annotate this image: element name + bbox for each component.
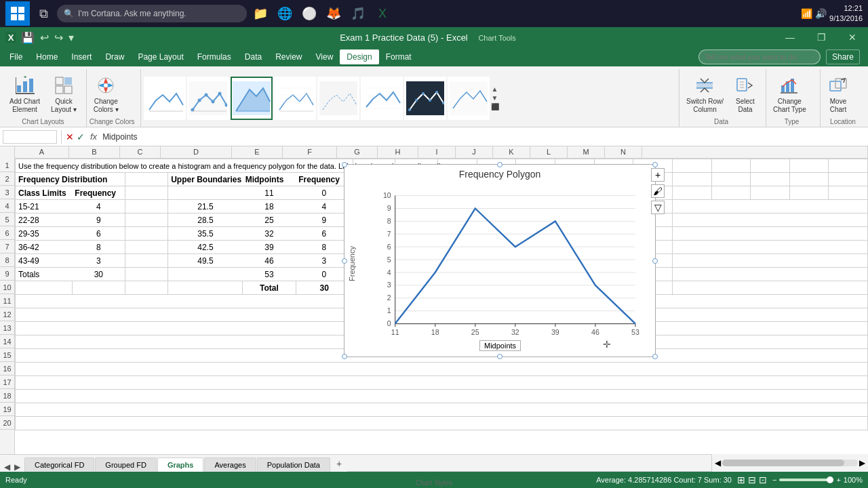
menu-home[interactable]: Home <box>29 49 64 64</box>
col-header-b[interactable]: B <box>69 146 120 158</box>
chart-styles-btn[interactable]: 🖌 <box>651 184 665 198</box>
cell-p3[interactable] <box>711 186 751 200</box>
hscroll-right[interactable]: ▶ <box>859 458 865 468</box>
col-header-j[interactable]: J <box>456 146 493 158</box>
cell-a9[interactable]: Totals <box>16 268 73 281</box>
add-sheet-button[interactable]: + <box>331 455 347 472</box>
cell-d8[interactable]: 49.5 <box>168 254 243 268</box>
cell-p1[interactable] <box>711 159 751 173</box>
minimize-button[interactable]: — <box>774 27 806 47</box>
select-data-button[interactable]: SelectData <box>730 72 760 117</box>
row-num-10[interactable]: 10 <box>0 281 14 294</box>
cell-a8[interactable]: 43-49 <box>16 254 73 268</box>
cell-a6[interactable]: 29-35 <box>16 227 73 241</box>
x-axis-label[interactable]: Midpoints <box>479 340 521 351</box>
sheet-tab-grouped[interactable]: Grouped FD <box>95 458 157 472</box>
chart-handle-mr[interactable] <box>652 258 658 264</box>
undo-tool[interactable]: ↩ <box>38 31 51 44</box>
chart-handle-br[interactable] <box>652 354 658 359</box>
menu-view[interactable]: View <box>309 49 340 64</box>
cell-q3[interactable] <box>751 186 790 200</box>
hscroll-thumb[interactable] <box>722 460 844 466</box>
cell-e6[interactable]: 32 <box>243 227 296 241</box>
cell-a5[interactable]: 22-28 <box>16 214 73 227</box>
col-header-l[interactable]: L <box>530 146 568 158</box>
cell-q2[interactable] <box>751 173 790 186</box>
chart-handle-tc[interactable] <box>497 162 502 167</box>
cell-d7[interactable]: 42.5 <box>168 241 243 254</box>
col-header-c[interactable]: C <box>120 146 161 158</box>
cell-a4[interactable]: 15-21 <box>16 200 73 214</box>
start-button[interactable] <box>5 1 30 26</box>
row-num-12[interactable]: 12 <box>0 308 14 321</box>
chart-handle-bl[interactable] <box>342 354 347 359</box>
cell-b6[interactable]: 6 <box>72 227 125 241</box>
cell-r3[interactable] <box>789 186 829 200</box>
cell-c9[interactable] <box>125 268 168 281</box>
cell-c8[interactable] <box>125 254 168 268</box>
sheet-tab-averages[interactable]: Averages <box>204 458 256 472</box>
add-chart-element-button[interactable]: + Add ChartElement <box>5 72 44 117</box>
cell-a2[interactable]: Frequency Distribution <box>16 173 125 186</box>
menu-insert[interactable]: Insert <box>64 49 98 64</box>
row-num-7[interactable]: 7 <box>0 240 14 253</box>
save-tool[interactable]: 💾 <box>19 31 37 44</box>
col-header-h[interactable]: H <box>378 146 418 158</box>
col-header-e[interactable]: E <box>232 146 283 158</box>
zoom-slider[interactable] <box>779 479 833 481</box>
chart-style-6[interactable] <box>361 77 403 120</box>
chart-add-element-btn[interactable]: + <box>651 168 665 182</box>
cell-d4[interactable]: 21.5 <box>168 200 243 214</box>
menu-file[interactable]: File <box>3 49 29 64</box>
row-num-14[interactable]: 14 <box>0 335 14 348</box>
cell-e9[interactable]: 53 <box>243 268 296 281</box>
taskbar-icon-chrome[interactable]: ⚪ <box>298 3 320 24</box>
row-num-3[interactable]: 3 <box>0 186 14 199</box>
chart-style-2[interactable] <box>187 77 229 120</box>
hscroll-track[interactable] <box>722 460 858 466</box>
chart-move-cursor[interactable]: ✛ <box>603 339 611 350</box>
chart-handle-tr[interactable] <box>652 162 658 167</box>
gallery-scroll-down[interactable]: ▼ <box>491 94 499 102</box>
chart-style-1[interactable] <box>144 77 186 120</box>
row-num-5[interactable]: 5 <box>0 213 14 226</box>
cell-p2[interactable] <box>711 173 751 186</box>
menu-design[interactable]: Design <box>340 49 378 64</box>
search-box[interactable] <box>698 49 821 64</box>
col-header-d[interactable]: D <box>161 146 232 158</box>
scroll-left-button[interactable]: ◀ <box>3 462 12 472</box>
volume-icon[interactable]: 🔊 <box>815 8 827 19</box>
cell-s3[interactable] <box>829 186 868 200</box>
redo-tool[interactable]: ↪ <box>52 31 65 44</box>
taskbar-icon-edge[interactable]: 🌐 <box>274 3 296 24</box>
chart-filters-btn[interactable]: ▽ <box>651 201 665 214</box>
cell-a3[interactable]: Class Limits <box>16 186 73 200</box>
menu-pagelayout[interactable]: Page Layout <box>131 49 190 64</box>
row-num-9[interactable]: 9 <box>0 267 14 281</box>
cell-a10[interactable] <box>16 281 73 295</box>
col-header-k[interactable]: K <box>493 146 530 158</box>
cell-b7[interactable]: 8 <box>72 241 125 254</box>
cell-e4[interactable]: 18 <box>243 200 296 214</box>
cell-row18[interactable] <box>16 390 868 403</box>
cell-e5[interactable]: 25 <box>243 214 296 227</box>
cell-o3[interactable] <box>672 186 711 200</box>
cell-rest9[interactable] <box>672 268 867 281</box>
cell-d6[interactable]: 35.5 <box>168 227 243 241</box>
cell-e2[interactable]: Midpoints <box>243 173 296 186</box>
row-num-20[interactable]: 20 <box>0 416 14 430</box>
chart-style-8[interactable] <box>448 77 490 120</box>
row-num-15[interactable]: 15 <box>0 348 14 362</box>
hscroll-left[interactable]: ◀ <box>715 458 721 468</box>
cell-b3[interactable]: Frequency <box>72 186 125 200</box>
row-num-18[interactable]: 18 <box>0 389 14 403</box>
change-chart-type-button[interactable]: ChangeChart Type <box>769 72 810 117</box>
cell-rest6[interactable] <box>672 227 867 241</box>
cell-c4[interactable] <box>125 200 168 214</box>
frequency-polygon-chart[interactable]: + 🖌 ▽ Frequency Polygon Frequency <box>344 164 656 357</box>
cell-c7[interactable] <box>125 241 168 254</box>
cell-d2[interactable]: Upper Boundaries <box>168 173 243 186</box>
cell-d10[interactable] <box>168 281 243 295</box>
row-num-13[interactable]: 13 <box>0 321 14 335</box>
cell-rest8[interactable] <box>672 254 867 268</box>
